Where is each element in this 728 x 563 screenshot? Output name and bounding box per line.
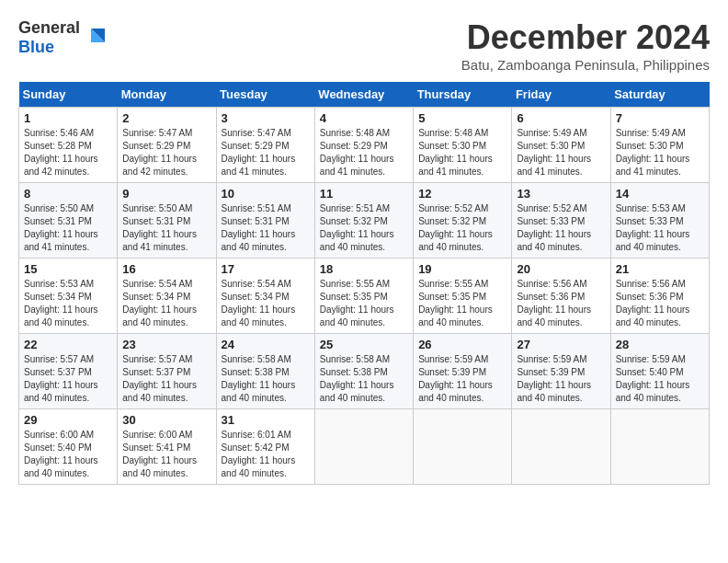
day-info: Sunrise: 5:50 AM Sunset: 5:31 PM Dayligh…	[122, 202, 210, 254]
table-row: 6Sunrise: 5:49 AM Sunset: 5:30 PM Daylig…	[512, 108, 610, 183]
day-number: 3	[222, 111, 310, 125]
logo-icon	[82, 24, 109, 52]
day-info: Sunrise: 5:56 AM Sunset: 5:36 PM Dayligh…	[616, 278, 704, 329]
col-thursday: Thursday	[414, 82, 512, 108]
table-row: 21Sunrise: 5:56 AM Sunset: 5:36 PM Dayli…	[610, 259, 709, 334]
table-row	[414, 409, 512, 485]
day-number: 10	[222, 187, 310, 201]
day-number: 1	[24, 111, 112, 125]
table-row: 29Sunrise: 6:00 AM Sunset: 5:40 PM Dayli…	[19, 409, 118, 485]
table-row	[610, 409, 709, 485]
day-info: Sunrise: 5:53 AM Sunset: 5:33 PM Dayligh…	[616, 202, 704, 254]
calendar-week-3: 15Sunrise: 5:53 AM Sunset: 5:34 PM Dayli…	[19, 259, 710, 334]
col-saturday: Saturday	[610, 82, 709, 108]
day-number: 13	[517, 187, 605, 201]
table-row: 27Sunrise: 5:59 AM Sunset: 5:39 PM Dayli…	[512, 334, 610, 409]
day-number: 31	[222, 413, 310, 427]
table-row: 26Sunrise: 5:59 AM Sunset: 5:39 PM Dayli…	[414, 334, 512, 409]
day-info: Sunrise: 5:59 AM Sunset: 5:39 PM Dayligh…	[418, 353, 506, 405]
table-row: 25Sunrise: 5:58 AM Sunset: 5:38 PM Dayli…	[314, 334, 413, 409]
day-info: Sunrise: 6:00 AM Sunset: 5:40 PM Dayligh…	[24, 429, 112, 480]
day-number: 16	[122, 262, 210, 276]
day-info: Sunrise: 6:01 AM Sunset: 5:42 PM Dayligh…	[222, 429, 310, 480]
calendar-week-1: 1Sunrise: 5:46 AM Sunset: 5:28 PM Daylig…	[19, 108, 710, 183]
day-info: Sunrise: 5:58 AM Sunset: 5:38 PM Dayligh…	[320, 353, 408, 405]
table-row: 7Sunrise: 5:49 AM Sunset: 5:30 PM Daylig…	[610, 108, 709, 183]
calendar-week-5: 29Sunrise: 6:00 AM Sunset: 5:40 PM Dayli…	[19, 409, 710, 485]
table-row: 3Sunrise: 5:47 AM Sunset: 5:29 PM Daylig…	[216, 108, 314, 183]
day-number: 19	[418, 262, 506, 276]
day-number: 23	[122, 338, 210, 351]
day-info: Sunrise: 5:50 AM Sunset: 5:31 PM Dayligh…	[24, 202, 112, 254]
table-row: 9Sunrise: 5:50 AM Sunset: 5:31 PM Daylig…	[118, 183, 216, 259]
table-row: 19Sunrise: 5:55 AM Sunset: 5:35 PM Dayli…	[414, 259, 512, 334]
table-row: 15Sunrise: 5:53 AM Sunset: 5:34 PM Dayli…	[19, 259, 118, 334]
day-number: 24	[222, 338, 310, 351]
day-number: 17	[222, 262, 310, 276]
table-row: 16Sunrise: 5:54 AM Sunset: 5:34 PM Dayli…	[118, 259, 216, 334]
day-info: Sunrise: 6:00 AM Sunset: 5:41 PM Dayligh…	[122, 429, 210, 480]
calendar-week-4: 22Sunrise: 5:57 AM Sunset: 5:37 PM Dayli…	[19, 334, 710, 409]
day-number: 18	[320, 262, 408, 276]
table-row: 13Sunrise: 5:52 AM Sunset: 5:33 PM Dayli…	[512, 183, 610, 259]
logo: General Blue	[18, 18, 109, 57]
day-number: 14	[616, 187, 704, 201]
day-info: Sunrise: 5:46 AM Sunset: 5:28 PM Dayligh…	[24, 127, 112, 178]
day-number: 22	[24, 338, 112, 351]
day-info: Sunrise: 5:56 AM Sunset: 5:36 PM Dayligh…	[517, 278, 605, 329]
table-row: 24Sunrise: 5:58 AM Sunset: 5:38 PM Dayli…	[216, 334, 314, 409]
logo-blue: Blue	[18, 38, 54, 56]
logo-text: General Blue	[18, 18, 80, 57]
col-wednesday: Wednesday	[314, 82, 413, 108]
day-number: 2	[122, 111, 210, 125]
table-row: 31Sunrise: 6:01 AM Sunset: 5:42 PM Dayli…	[216, 409, 314, 485]
day-info: Sunrise: 5:51 AM Sunset: 5:31 PM Dayligh…	[222, 202, 310, 254]
day-number: 25	[320, 338, 408, 351]
day-number: 6	[517, 111, 605, 125]
col-monday: Monday	[118, 82, 216, 108]
day-info: Sunrise: 5:48 AM Sunset: 5:29 PM Dayligh…	[320, 127, 408, 178]
table-row: 2Sunrise: 5:47 AM Sunset: 5:29 PM Daylig…	[118, 108, 216, 183]
day-number: 29	[24, 413, 112, 427]
table-row	[512, 409, 610, 485]
day-number: 15	[24, 262, 112, 276]
calendar-week-2: 8Sunrise: 5:50 AM Sunset: 5:31 PM Daylig…	[19, 183, 710, 259]
table-row: 17Sunrise: 5:54 AM Sunset: 5:34 PM Dayli…	[216, 259, 314, 334]
table-row: 18Sunrise: 5:55 AM Sunset: 5:35 PM Dayli…	[314, 259, 413, 334]
day-info: Sunrise: 5:58 AM Sunset: 5:38 PM Dayligh…	[222, 353, 310, 405]
day-number: 21	[616, 262, 704, 276]
calendar-table: Sunday Monday Tuesday Wednesday Thursday…	[18, 82, 710, 485]
table-row: 11Sunrise: 5:51 AM Sunset: 5:32 PM Dayli…	[314, 183, 413, 259]
day-info: Sunrise: 5:47 AM Sunset: 5:29 PM Dayligh…	[222, 127, 310, 178]
table-row: 10Sunrise: 5:51 AM Sunset: 5:31 PM Dayli…	[216, 183, 314, 259]
col-friday: Friday	[512, 82, 610, 108]
day-info: Sunrise: 5:59 AM Sunset: 5:39 PM Dayligh…	[517, 353, 605, 405]
day-number: 28	[616, 338, 704, 351]
table-row: 23Sunrise: 5:57 AM Sunset: 5:37 PM Dayli…	[118, 334, 216, 409]
day-info: Sunrise: 5:53 AM Sunset: 5:34 PM Dayligh…	[24, 278, 112, 329]
day-number: 7	[616, 111, 704, 125]
day-info: Sunrise: 5:47 AM Sunset: 5:29 PM Dayligh…	[122, 127, 210, 178]
table-row: 12Sunrise: 5:52 AM Sunset: 5:32 PM Dayli…	[414, 183, 512, 259]
calendar-subtitle: Batu, Zamboanga Peninsula, Philippines	[461, 57, 710, 73]
day-info: Sunrise: 5:48 AM Sunset: 5:30 PM Dayligh…	[418, 127, 506, 178]
table-row: 22Sunrise: 5:57 AM Sunset: 5:37 PM Dayli…	[19, 334, 118, 409]
day-number: 27	[517, 338, 605, 351]
day-number: 11	[320, 187, 408, 201]
table-row: 28Sunrise: 5:59 AM Sunset: 5:40 PM Dayli…	[610, 334, 709, 409]
title-area: December 2024 Batu, Zamboanga Peninsula,…	[461, 18, 710, 73]
day-info: Sunrise: 5:55 AM Sunset: 5:35 PM Dayligh…	[418, 278, 506, 329]
day-number: 26	[418, 338, 506, 351]
table-row: 14Sunrise: 5:53 AM Sunset: 5:33 PM Dayli…	[610, 183, 709, 259]
day-info: Sunrise: 5:57 AM Sunset: 5:37 PM Dayligh…	[122, 353, 210, 405]
day-info: Sunrise: 5:57 AM Sunset: 5:37 PM Dayligh…	[24, 353, 112, 405]
day-number: 4	[320, 111, 408, 125]
table-row: 5Sunrise: 5:48 AM Sunset: 5:30 PM Daylig…	[414, 108, 512, 183]
table-row: 30Sunrise: 6:00 AM Sunset: 5:41 PM Dayli…	[118, 409, 216, 485]
header-row: Sunday Monday Tuesday Wednesday Thursday…	[19, 82, 710, 108]
day-number: 30	[122, 413, 210, 427]
day-info: Sunrise: 5:52 AM Sunset: 5:33 PM Dayligh…	[517, 202, 605, 254]
day-info: Sunrise: 5:59 AM Sunset: 5:40 PM Dayligh…	[616, 353, 704, 405]
day-number: 20	[517, 262, 605, 276]
day-number: 5	[418, 111, 506, 125]
